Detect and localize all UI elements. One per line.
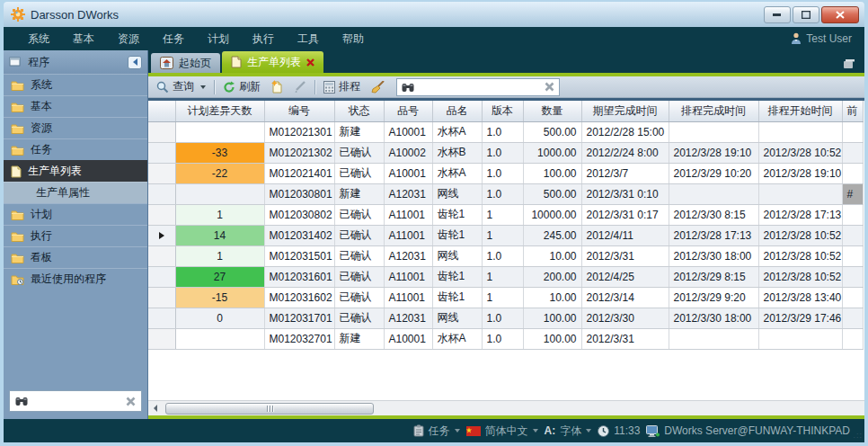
column-header-11[interactable]: 前 xyxy=(842,101,863,121)
table-row[interactable]: 1M012030802已确认A11001齿轮1110000.002012/3/3… xyxy=(148,204,863,225)
cell-sched-end-time[interactable]: 2012/3/29 8:15 xyxy=(669,266,758,287)
cell-plan-diff-days[interactable] xyxy=(175,328,264,349)
cell-quantity[interactable]: 100.00 xyxy=(523,308,581,328)
cell-sched-start-time[interactable] xyxy=(758,328,842,349)
cell-quantity[interactable]: 100.00 xyxy=(523,163,581,183)
cell-version[interactable]: 1 xyxy=(482,204,523,225)
cell-order-id[interactable]: M012032701 xyxy=(264,328,334,349)
cell-order-id[interactable]: M012031601 xyxy=(264,266,334,287)
cell-sched-start-time[interactable]: 2012/3/29 17:46 xyxy=(758,308,842,328)
cell-sched-start-time[interactable]: 2012/3/28 10:52 xyxy=(758,225,842,245)
tab-production-order-list[interactable]: 生产单列表 xyxy=(222,51,323,73)
schedule-button[interactable]: 排程 xyxy=(321,78,363,95)
cell-plan-diff-days[interactable]: -22 xyxy=(175,163,264,183)
cell-item-name[interactable]: 齿轮1 xyxy=(432,266,482,287)
cell-version[interactable]: 1 xyxy=(482,225,523,245)
cell-due-time[interactable]: 2012/4/11 xyxy=(581,225,669,245)
current-user[interactable]: Test User xyxy=(791,32,852,45)
cell-plan-diff-days[interactable]: 14 xyxy=(175,225,264,245)
cell-plan-diff-days[interactable]: -33 xyxy=(175,142,264,163)
cell-status[interactable]: 已确认 xyxy=(334,245,384,266)
cell-due-time[interactable]: 2012/3/31 0:10 xyxy=(581,183,669,204)
table-row[interactable]: M012030801新建A12031网线1.0500.002012/3/31 0… xyxy=(148,183,863,204)
cell-sched-end-time[interactable]: 2012/3/30 18:00 xyxy=(669,245,758,266)
refresh-button[interactable]: 刷新 xyxy=(220,78,263,95)
cell-order-id[interactable]: M012021302 xyxy=(264,142,334,163)
cell-item-name[interactable]: 网线 xyxy=(432,183,482,204)
cell-sched-end-time[interactable] xyxy=(669,121,758,142)
cell-status[interactable]: 已确认 xyxy=(334,204,384,225)
cell-version[interactable]: 1.0 xyxy=(482,183,523,204)
cell-sched-start-time[interactable] xyxy=(758,121,842,142)
cell-item-no[interactable]: A10002 xyxy=(384,142,432,163)
query-button[interactable]: 查询 xyxy=(154,78,208,95)
column-header-10[interactable]: 排程开始时间 xyxy=(758,101,842,121)
cell-due-time[interactable]: 2012/2/28 15:00 xyxy=(581,121,669,142)
cell-item-no[interactable]: A11001 xyxy=(384,287,432,308)
clean-button[interactable] xyxy=(368,80,387,94)
cell-item-no[interactable]: A11001 xyxy=(384,204,432,225)
cell-extra[interactable] xyxy=(842,266,863,287)
cell-status[interactable]: 已确认 xyxy=(334,163,384,183)
menu-help[interactable]: 帮助 xyxy=(331,31,376,47)
cell-sched-end-time[interactable]: 2012/3/29 9:20 xyxy=(669,287,758,308)
sidebar-item-task[interactable]: 任务 xyxy=(4,138,147,160)
edit-button[interactable] xyxy=(291,80,309,94)
cell-plan-diff-days[interactable] xyxy=(175,121,264,142)
row-indicator[interactable] xyxy=(148,266,175,287)
row-indicator[interactable] xyxy=(148,328,175,349)
column-header-4[interactable]: 品号 xyxy=(384,101,432,121)
column-header-7[interactable]: 数量 xyxy=(523,101,581,121)
cell-extra[interactable] xyxy=(842,163,863,183)
sidebar-item-execute[interactable]: 执行 xyxy=(4,225,147,246)
cell-plan-diff-days[interactable] xyxy=(175,183,264,204)
cell-order-id[interactable]: M012021301 xyxy=(264,121,334,142)
cell-item-name[interactable]: 水杯A xyxy=(432,121,482,142)
tab-start-page[interactable]: 起始页 xyxy=(151,53,220,73)
cell-extra[interactable] xyxy=(842,328,863,349)
cell-extra[interactable] xyxy=(842,142,863,163)
cell-due-time[interactable]: 2012/3/31 0:17 xyxy=(581,204,669,225)
sidebar-item-kanban[interactable]: 看板 xyxy=(4,246,147,268)
table-row[interactable]: 27M012031601已确认A11001齿轮11200.002012/4/25… xyxy=(148,266,863,287)
window-list-icon[interactable] xyxy=(841,58,864,73)
cell-item-no[interactable]: A10001 xyxy=(384,163,432,183)
row-indicator[interactable] xyxy=(148,225,175,245)
cell-extra[interactable] xyxy=(842,225,863,245)
cell-order-id[interactable]: M012031701 xyxy=(264,308,334,328)
cell-extra[interactable]: # xyxy=(842,183,863,204)
cell-item-name[interactable]: 网线 xyxy=(432,308,482,328)
cell-quantity[interactable]: 100.00 xyxy=(523,328,581,349)
cell-sched-start-time[interactable]: 2012/3/28 10:52 xyxy=(758,142,842,163)
cell-sched-start-time[interactable]: 2012/3/28 10:52 xyxy=(758,266,842,287)
row-indicator[interactable] xyxy=(148,163,175,183)
cell-item-no[interactable]: A11001 xyxy=(384,266,432,287)
cell-quantity[interactable]: 10.00 xyxy=(523,287,581,308)
menu-basic[interactable]: 基本 xyxy=(61,31,106,47)
row-indicator[interactable] xyxy=(148,183,175,204)
chevron-down-icon[interactable] xyxy=(200,85,206,89)
sidebar-item-plan[interactable]: 计划 xyxy=(4,203,147,225)
cell-extra[interactable] xyxy=(842,204,863,225)
cell-item-no[interactable]: A12031 xyxy=(384,308,432,328)
scroll-left-arrow[interactable] xyxy=(148,402,162,415)
cell-due-time[interactable]: 2012/3/31 xyxy=(581,328,669,349)
menu-resource[interactable]: 资源 xyxy=(106,31,151,47)
cell-quantity[interactable]: 1000.00 xyxy=(523,142,581,163)
table-row[interactable]: -15M012031602已确认A11001齿轮1110.002012/3/14… xyxy=(148,287,863,308)
resize-grip[interactable]: .:: xyxy=(853,431,863,440)
column-header-8[interactable]: 期望完成时间 xyxy=(581,101,669,121)
cell-sched-start-time[interactable]: 2012/3/28 13:40 xyxy=(758,287,842,308)
cell-sched-end-time[interactable]: 2012/3/30 8:15 xyxy=(669,204,758,225)
menu-plan[interactable]: 计划 xyxy=(196,31,241,47)
table-row[interactable]: 1M012031501已确认A12031网线1.010.002012/3/312… xyxy=(148,245,863,266)
cell-sched-end-time[interactable]: 2012/3/28 17:13 xyxy=(669,225,758,245)
cell-item-name[interactable]: 齿轮1 xyxy=(432,287,482,308)
row-indicator[interactable] xyxy=(148,308,175,328)
cell-plan-diff-days[interactable]: 27 xyxy=(175,266,264,287)
cell-status[interactable]: 已确认 xyxy=(334,266,384,287)
cell-item-name[interactable]: 水杯A xyxy=(432,328,482,349)
row-indicator[interactable] xyxy=(148,245,175,266)
cell-quantity[interactable]: 10000.00 xyxy=(523,204,581,225)
cell-order-id[interactable]: M012030802 xyxy=(264,204,334,225)
